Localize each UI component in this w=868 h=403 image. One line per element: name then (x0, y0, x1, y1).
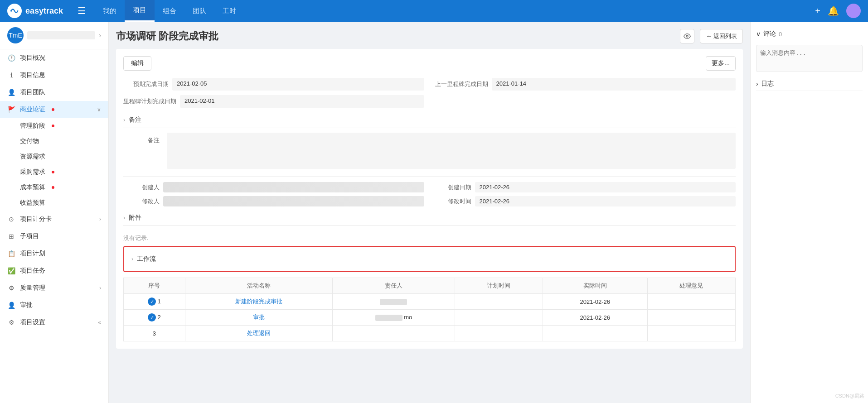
sidebar-item-project-scorecard[interactable]: ⊙ 项目计分卡 › (0, 211, 108, 228)
hamburger-button[interactable]: ☰ (72, 5, 91, 16)
nav-portfolio[interactable]: 组合 (155, 0, 184, 22)
comment-section-header[interactable]: ∨ 评论 0 (756, 27, 863, 41)
table-row: ✓ 1 新建阶段完成审批 2021-02-26 (124, 294, 736, 310)
row2-assignee-blur (375, 315, 402, 321)
sidebar-item-project-overview[interactable]: 🕐 项目概况 (0, 49, 108, 67)
settings-arrow: « (98, 319, 101, 326)
purchase-req-dot (52, 171, 54, 173)
nav-my[interactable]: 我的 (95, 0, 125, 22)
sidebar-item-sub-project[interactable]: ⊞ 子项目 (0, 228, 108, 245)
check-icon-1: ✓ (148, 297, 156, 306)
layers-icon: ⊞ (7, 232, 15, 240)
expected-completion-value: 2021-02-05 (172, 78, 424, 91)
eye-button[interactable] (680, 29, 694, 43)
sidebar-item-purchase-req[interactable]: 采购需求 (0, 164, 108, 180)
main-content: 市场调研 阶段完成审批 ← 返回列表 编辑 更多... (109, 22, 750, 403)
log-section-title: 日志 (761, 80, 774, 88)
sidebar-label-manage-phase: 管理阶段 (20, 122, 45, 130)
notes-section-header[interactable]: › 备注 (123, 112, 736, 128)
edit-button[interactable]: 编辑 (123, 56, 151, 71)
flag-icon: 🚩 (7, 106, 15, 114)
no-records-text: 没有记录. (123, 230, 736, 246)
settings-icon: ⚙ (7, 318, 15, 326)
sidebar-item-cost-budget[interactable]: 成本预算 (0, 180, 108, 195)
sidebar-label-project-team: 项目团队 (20, 88, 45, 96)
biz-validation-arrow: ∨ (97, 106, 101, 113)
nav-project[interactable]: 项目 (125, 0, 155, 22)
sidebar-item-project-settings[interactable]: ⚙ 项目设置 « (0, 314, 108, 331)
approval-icon: 👤 (7, 301, 15, 309)
modified-time-label: 修改时间 (435, 197, 471, 206)
row2-activity-link[interactable]: 审批 (253, 314, 265, 321)
row3-assignee (333, 326, 455, 341)
quality-mgmt-arrow: › (99, 285, 101, 291)
comment-expand-icon: ∨ (756, 30, 761, 38)
row2-seq: ✓ 2 (124, 310, 185, 326)
sidebar-label-deliverables: 交付物 (20, 137, 39, 145)
expected-completion-field: 预期完成日期 2021-02-05 (123, 78, 424, 91)
nav-team[interactable]: 团队 (184, 0, 214, 22)
row3-activity: 处理退回 (185, 326, 332, 341)
sidebar-item-project-plan[interactable]: 📋 项目计划 (0, 245, 108, 262)
scorecard-arrow: › (99, 216, 101, 222)
col-planned-time: 计划时间 (455, 278, 543, 294)
meta-row-1: 创建人 创建日期 2021-02-26 (123, 182, 736, 192)
logo[interactable]: easytrack (7, 4, 63, 18)
row3-seq: 3 (124, 326, 185, 341)
top-nav: easytrack ☰ 我的 项目 组合 团队 工时 + 🔔 (0, 0, 868, 22)
log-section-header[interactable]: › 日志 (756, 77, 863, 91)
sidebar-label-approval: 审批 (20, 301, 33, 309)
sidebar-item-project-info[interactable]: ℹ 项目信息 (0, 67, 108, 84)
avatar[interactable] (846, 4, 861, 18)
sidebar-avatar: TmE (7, 27, 24, 43)
sidebar-avatar-text: TmE (9, 32, 22, 39)
attachment-section-header[interactable]: › 附件 (123, 210, 736, 226)
sidebar-item-biz-validation[interactable]: 🚩 商业论证 ∨ (0, 101, 108, 118)
row3-activity-link[interactable]: 处理退回 (247, 330, 271, 336)
sidebar-header: TmE › (0, 22, 108, 49)
sidebar-item-resource-req[interactable]: 资源需求 (0, 149, 108, 164)
sidebar-item-approval[interactable]: 👤 审批 (0, 297, 108, 314)
add-button[interactable]: + (815, 6, 820, 16)
col-actual-time: 实际时间 (543, 278, 647, 294)
sidebar-item-benefit-budget[interactable]: 收益预算 (0, 195, 108, 211)
workflow-table: 序号 活动名称 责任人 计划时间 实际时间 处理意见 ✓ 1 (123, 278, 736, 341)
page-header: 市场调研 阶段完成审批 ← 返回列表 (116, 29, 743, 43)
workflow-table-head: 序号 活动名称 责任人 计划时间 实际时间 处理意见 (124, 278, 736, 294)
sidebar-label-quality-mgmt: 质量管理 (20, 284, 45, 292)
sidebar-item-project-team[interactable]: 👤 项目团队 (0, 84, 108, 101)
right-panel: ∨ 评论 0 › 日志 (750, 22, 868, 403)
created-date-field: 创建日期 2021-02-26 (435, 182, 736, 192)
svg-point-1 (686, 35, 688, 37)
nav-workhours[interactable]: 工时 (214, 0, 244, 22)
quality-icon: ⚙ (7, 284, 15, 292)
task-icon: ✅ (7, 267, 15, 275)
page-header-actions: ← 返回列表 (680, 29, 743, 43)
scorecard-icon: ⊙ (7, 215, 15, 223)
workflow-section-header[interactable]: › 工作流 (131, 251, 727, 267)
sidebar-label-project-overview: 项目概况 (20, 54, 45, 62)
notification-button[interactable]: 🔔 (828, 5, 839, 16)
expected-completion-label: 预期完成日期 (123, 80, 169, 88)
detail-card: 编辑 更多... 预期完成日期 2021-02-05 上一里程碑完成日期 202… (116, 49, 743, 349)
row1-seq: ✓ 1 (124, 294, 185, 310)
toolbar: 编辑 更多... (123, 56, 736, 71)
modifier-field: 修改人 (123, 196, 424, 206)
row3-planned-time (455, 326, 543, 341)
sidebar: TmE › 🕐 项目概况 ℹ 项目信息 👤 项目团队 🚩 商业论证 ∨ 管理阶段 (0, 22, 109, 403)
sidebar-item-project-task[interactable]: ✅ 项目任务 (0, 262, 108, 279)
more-button[interactable]: 更多... (706, 56, 736, 71)
comment-input[interactable] (756, 45, 863, 72)
sidebar-item-quality-mgmt[interactable]: ⚙ 质量管理 › (0, 279, 108, 297)
row1-actual-time: 2021-02-26 (543, 294, 647, 310)
sidebar-item-deliverables[interactable]: 交付物 (0, 134, 108, 149)
logo-text: easytrack (25, 6, 63, 16)
workflow-table-header-row: 序号 活动名称 责任人 计划时间 实际时间 处理意见 (124, 278, 736, 294)
sidebar-expand-arrow[interactable]: › (99, 32, 101, 39)
row1-activity-link[interactable]: 新建阶段完成审批 (235, 298, 282, 305)
modified-time-field: 修改时间 2021-02-26 (435, 196, 736, 206)
notes-content (167, 133, 736, 169)
row2-comment (647, 310, 735, 326)
sidebar-item-manage-phase[interactable]: 管理阶段 (0, 118, 108, 134)
back-button[interactable]: ← 返回列表 (700, 29, 743, 43)
